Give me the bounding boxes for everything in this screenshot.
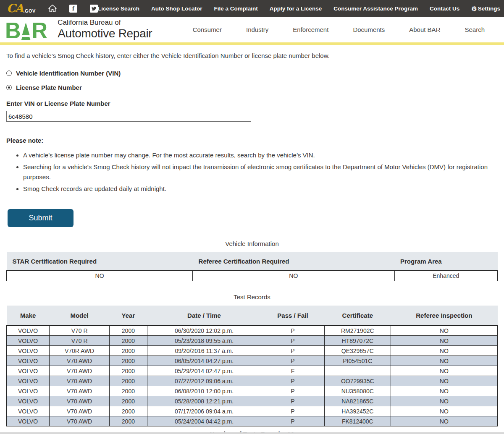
bar-logo[interactable]: B R bbox=[5, 19, 47, 40]
test-record-cell: 2000 bbox=[109, 326, 147, 336]
test-record-row: VOLVOV70 AWD200007/17/2006 09:04 a.m.PHA… bbox=[7, 406, 498, 416]
test-record-cell: 06/05/2014 04:27 p.m. bbox=[147, 356, 261, 366]
vehicle-info-header-cell: Referee Certification Required bbox=[193, 252, 394, 271]
vehicle-info-header-cell: STAR Certification Required bbox=[7, 252, 193, 271]
test-record-cell: VOLVO bbox=[7, 406, 50, 416]
vehicle-info-table: STAR Certification RequiredReferee Certi… bbox=[6, 252, 498, 281]
test-record-row: VOLVOV70 AWD200006/08/2010 12:00 p.m.PNU… bbox=[7, 386, 498, 396]
test-record-cell: NA821865C bbox=[324, 396, 391, 406]
twitter-icon[interactable] bbox=[90, 5, 98, 13]
main-nav-link[interactable]: Enforcement bbox=[293, 26, 328, 33]
test-record-cell: NO bbox=[391, 396, 497, 406]
test-record-cell: 2000 bbox=[109, 376, 147, 386]
test-records-title: Test Records bbox=[6, 293, 498, 301]
test-record-row: VOLVOV70 AWD200005/29/2014 02:47 p.m.FNO bbox=[7, 366, 498, 376]
vehicle-info-value-row: NONOEnhanced bbox=[7, 271, 498, 281]
test-record-cell: NO bbox=[391, 416, 497, 426]
test-record-cell: P bbox=[261, 406, 325, 416]
test-record-cell: RM271902C bbox=[324, 326, 391, 336]
radio-option[interactable]: Vehicle Identification Number (VIN) bbox=[6, 70, 498, 77]
test-record-cell: VOLVO bbox=[7, 356, 50, 366]
test-record-cell: P bbox=[261, 376, 325, 386]
topbar-link[interactable]: Consumer Assistance Program bbox=[333, 5, 418, 12]
submit-button[interactable]: Submit bbox=[8, 209, 74, 227]
main-nav-link[interactable]: Search bbox=[465, 26, 485, 33]
topbar-link[interactable]: Auto Shop Locator bbox=[151, 5, 202, 12]
note-item: Smog Check records are updated daily at … bbox=[23, 184, 498, 193]
test-record-cell: NO bbox=[391, 376, 497, 386]
vehicle-info-header-row: STAR Certification RequiredReferee Certi… bbox=[7, 252, 498, 271]
settings-button[interactable]: ⚙Settings bbox=[471, 5, 500, 12]
radio-label: Vehicle Identification Number (VIN) bbox=[16, 70, 121, 77]
test-record-cell: 05/29/2014 02:47 p.m. bbox=[147, 366, 261, 376]
test-records-table: MakeModelYearDate / TimePass / FailCerti… bbox=[6, 306, 498, 426]
main-nav-link[interactable]: Consumer bbox=[193, 26, 222, 33]
bar-logo-letter-r: R bbox=[32, 21, 47, 40]
intro-text: To find a vehicle’s Smog Check history, … bbox=[6, 52, 498, 59]
topbar-link[interactable]: Apply for a License bbox=[270, 5, 322, 12]
radio-icon[interactable] bbox=[6, 71, 12, 76]
vehicle-info-value-cell: Enhanced bbox=[394, 271, 498, 281]
test-record-cell: VOLVO bbox=[7, 346, 50, 356]
brand: B R California Bureau of Automotive Repa… bbox=[5, 19, 152, 40]
test-record-cell: 06/08/2010 12:00 p.m. bbox=[147, 386, 261, 396]
test-record-cell: 06/30/2020 12:02 p.m. bbox=[147, 326, 261, 336]
radio-option[interactable]: License Plate Number bbox=[6, 84, 498, 91]
test-record-cell: VOLVO bbox=[7, 336, 50, 346]
test-record-cell: VOLVO bbox=[7, 386, 50, 396]
test-record-cell: HT897072C bbox=[324, 336, 391, 346]
test-record-cell: P bbox=[261, 386, 325, 396]
org-name-line2: Automotive Repair bbox=[58, 27, 152, 40]
home-icon[interactable] bbox=[48, 5, 57, 12]
facebook-icon[interactable]: f bbox=[69, 5, 77, 13]
test-record-cell: QE329657C bbox=[324, 346, 391, 356]
test-record-cell: V70 AWD bbox=[50, 366, 110, 376]
vehicle-info-header-cell: Program Area bbox=[394, 252, 498, 271]
test-record-cell: P bbox=[261, 416, 325, 426]
test-records-header-row: MakeModelYearDate / TimePass / FailCerti… bbox=[7, 306, 498, 326]
test-record-cell: PI054501C bbox=[324, 356, 391, 366]
test-records-header-cell: Pass / Fail bbox=[261, 306, 325, 326]
vin-input[interactable] bbox=[6, 111, 251, 122]
test-record-cell: 07/17/2006 09:04 a.m. bbox=[147, 406, 261, 416]
test-record-cell: V70 AWD bbox=[50, 356, 110, 366]
test-record-row: VOLVOV70 AWD200006/05/2014 04:27 p.m.PPI… bbox=[7, 356, 498, 366]
topbar-link[interactable]: License Search bbox=[98, 5, 139, 12]
test-records-body: VOLVOV70 R200006/30/2020 12:02 p.m.PRM27… bbox=[7, 326, 498, 426]
main-nav-link[interactable]: Documents bbox=[353, 26, 385, 33]
vehicle-info-title: Vehicle Information bbox=[6, 240, 498, 247]
bar-logo-letter-a-icon bbox=[21, 21, 31, 40]
test-record-cell: 2000 bbox=[109, 366, 147, 376]
main-nav-link[interactable]: Industry bbox=[246, 26, 268, 33]
topbar-link[interactable]: Contact Us bbox=[430, 5, 459, 12]
test-record-row: VOLVOV70 AWD200005/24/2004 04:42 p.m.PFK… bbox=[7, 416, 498, 426]
ca-gov-logo[interactable]: CA .GOV bbox=[7, 3, 36, 13]
note-item: Searching for a vehicle’s Smog Check his… bbox=[23, 162, 498, 182]
test-record-cell: VOLVO bbox=[7, 396, 50, 406]
topbar-link[interactable]: File a Complaint bbox=[214, 5, 258, 12]
ca-gov-logo-gov: .GOV bbox=[23, 8, 36, 13]
test-record-cell bbox=[324, 366, 391, 376]
radio-icon[interactable] bbox=[6, 85, 12, 90]
test-record-cell: 2000 bbox=[109, 416, 147, 426]
test-record-row: VOLVOV70 R200006/30/2020 12:02 p.m.PRM27… bbox=[7, 326, 498, 336]
main-nav-link[interactable]: About BAR bbox=[409, 26, 440, 33]
test-record-row: VOLVOV70 AWD200007/27/2012 09:06 a.m.POO… bbox=[7, 376, 498, 386]
test-record-cell: V70 AWD bbox=[50, 396, 110, 406]
test-record-cell: 2000 bbox=[109, 386, 147, 396]
test-record-cell: V70 AWD bbox=[50, 416, 110, 426]
test-record-cell: V70 AWD bbox=[50, 376, 110, 386]
main-nav: ConsumerIndustryEnforcementDocumentsAbou… bbox=[193, 26, 485, 33]
test-record-cell: VOLVO bbox=[7, 366, 50, 376]
note-item: A vehicle’s license plate number may cha… bbox=[23, 150, 498, 160]
radio-group: Vehicle Identification Number (VIN)Licen… bbox=[6, 70, 498, 91]
test-record-row: VOLVOV70R AWD200009/20/2016 11:37 a.m.PQ… bbox=[7, 346, 498, 356]
test-record-cell: NO bbox=[391, 336, 497, 346]
test-records-header-cell: Date / Time bbox=[147, 306, 261, 326]
test-record-cell: 2000 bbox=[109, 346, 147, 356]
bottom-divider bbox=[0, 432, 504, 434]
test-record-cell: NO bbox=[391, 366, 497, 376]
test-record-cell: OO729935C bbox=[324, 376, 391, 386]
test-record-cell: HA392452C bbox=[324, 406, 391, 416]
topbar-left: CA .GOV f bbox=[7, 3, 98, 13]
